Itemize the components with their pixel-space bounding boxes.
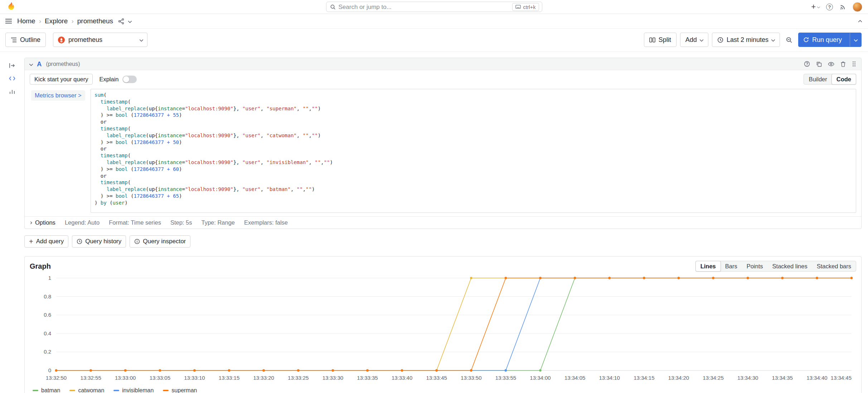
query-help-icon[interactable] xyxy=(804,61,810,67)
code-line: ) >= bool (1728646377 + 55) xyxy=(94,112,852,119)
global-search[interactable]: ctrl+k xyxy=(326,2,542,12)
svg-text:1: 1 xyxy=(48,275,51,281)
keyboard-icon xyxy=(515,5,521,9)
grafana-logo[interactable] xyxy=(6,1,16,12)
split-button[interactable]: Split xyxy=(644,33,677,47)
breadcrumb-item[interactable]: Explore xyxy=(45,17,68,25)
code-line: or xyxy=(94,119,852,125)
chevron-down-icon[interactable] xyxy=(128,20,131,23)
query-options-row: Options Legend: AutoFormat: Time seriesS… xyxy=(25,216,861,229)
svg-text:13:33:20: 13:33:20 xyxy=(253,375,274,381)
radio-stacked-bars[interactable]: Stacked bars xyxy=(812,261,856,271)
graph-section-icon[interactable] xyxy=(9,88,15,94)
info-circle-icon xyxy=(134,239,140,244)
code-line: label_replace(up{instance="localhost:909… xyxy=(94,159,852,166)
svg-text:13:34:05: 13:34:05 xyxy=(564,375,585,381)
code-line: label_replace(up{instance="localhost:909… xyxy=(94,105,852,112)
search-icon xyxy=(330,4,336,10)
clock-icon xyxy=(717,37,723,43)
legend-swatch xyxy=(163,390,169,391)
history-clock-icon xyxy=(77,239,82,244)
svg-text:13:33:25: 13:33:25 xyxy=(288,375,309,381)
run-query-caret[interactable] xyxy=(850,33,861,47)
legend-item[interactable]: catwoman xyxy=(69,387,104,393)
user-avatar[interactable] xyxy=(853,2,862,12)
collapse-query-icon[interactable] xyxy=(30,63,33,66)
prometheus-logo xyxy=(58,36,65,44)
breadcrumb-bar: Home›Explore›prometheus xyxy=(0,14,868,29)
query-inspector-button[interactable]: Query inspector xyxy=(130,235,190,248)
editor-mode-group: BuilderCode xyxy=(804,74,856,85)
code-line: label_replace(up{instance="localhost:909… xyxy=(94,132,852,139)
query-row-header: A (prometheus) xyxy=(25,58,861,70)
plus-icon: + xyxy=(811,2,816,11)
collapse-top-icon[interactable] xyxy=(859,20,862,23)
svg-text:0.4: 0.4 xyxy=(44,330,51,336)
news-rss-icon[interactable] xyxy=(839,4,846,10)
code-line: timestamp( xyxy=(94,179,852,186)
help-button[interactable]: ? xyxy=(826,4,833,10)
add-query-button[interactable]: + Add query xyxy=(24,235,68,248)
breadcrumb-item[interactable]: Home xyxy=(17,17,35,25)
outline-button[interactable]: Outline xyxy=(5,33,46,47)
svg-text:0.6: 0.6 xyxy=(44,312,51,318)
legend-item[interactable]: batman xyxy=(33,387,60,393)
new-menu-button[interactable]: + xyxy=(811,2,820,11)
query-datasource-hint: (prometheus) xyxy=(46,61,80,67)
svg-text:13:34:40: 13:34:40 xyxy=(806,375,827,381)
radio-stacked-lines[interactable]: Stacked lines xyxy=(768,261,812,271)
legend-item[interactable]: invisibleman xyxy=(113,387,154,393)
code-line: timestamp( xyxy=(94,152,852,159)
search-shortcut-label: ctrl+k xyxy=(523,4,535,10)
remove-query-trash-icon[interactable] xyxy=(840,61,846,67)
options-label: Options xyxy=(35,219,55,226)
svg-text:13:34:00: 13:34:00 xyxy=(530,375,551,381)
radio-points[interactable]: Points xyxy=(742,261,768,271)
code-line: or xyxy=(94,173,852,179)
outline-rail xyxy=(0,58,24,393)
svg-text:13:33:55: 13:33:55 xyxy=(495,375,516,381)
svg-text:0: 0 xyxy=(48,367,51,373)
legend-series-name: invisibleman xyxy=(122,387,154,393)
datasource-name: prometheus xyxy=(68,36,137,44)
search-shortcut: ctrl+k xyxy=(512,3,539,11)
code-line: timestamp( xyxy=(94,99,852,105)
explain-toggle[interactable] xyxy=(122,76,137,83)
search-input[interactable] xyxy=(339,3,510,10)
duplicate-query-icon[interactable] xyxy=(816,61,822,67)
radio-lines[interactable]: Lines xyxy=(695,261,721,272)
explain-label: Explain xyxy=(99,76,118,83)
svg-text:13:33:35: 13:33:35 xyxy=(357,375,378,381)
code-line: label_replace(up{instance="localhost:909… xyxy=(94,186,852,193)
breadcrumb-item[interactable]: prometheus xyxy=(77,17,113,25)
time-range-picker[interactable]: Last 2 minutes xyxy=(712,33,780,47)
code-line: ) >= bool (1728646377 + 50) xyxy=(94,139,852,146)
metrics-browser-link[interactable]: Metrics browser > xyxy=(31,90,85,101)
svg-text:13:33:15: 13:33:15 xyxy=(219,375,239,381)
hamburger-menu-icon[interactable] xyxy=(5,18,12,24)
viz-mode-group: LinesBarsPointsStacked linesStacked bars xyxy=(695,261,856,272)
query-history-button[interactable]: Query history xyxy=(72,235,126,248)
radio-builder[interactable]: Builder xyxy=(804,74,831,84)
zoom-out-button[interactable] xyxy=(784,37,795,43)
query-history-label: Query history xyxy=(85,238,121,245)
add-button[interactable]: Add xyxy=(680,33,708,47)
graph-canvas[interactable]: 00.20.40.60.8113:32:5013:32:5513:33:0013… xyxy=(30,273,856,384)
radio-code[interactable]: Code xyxy=(831,74,856,85)
run-query-button[interactable]: Run query xyxy=(798,33,862,47)
datasource-picker[interactable]: prometheus xyxy=(53,33,147,47)
share-icon[interactable] xyxy=(118,18,124,24)
svg-text:13:33:10: 13:33:10 xyxy=(184,375,205,381)
options-expander[interactable]: Options xyxy=(30,219,55,226)
svg-text:13:34:15: 13:34:15 xyxy=(634,375,654,381)
query-options-summary: Legend: AutoFormat: Time seriesStep: 5sT… xyxy=(65,219,288,226)
radio-bars[interactable]: Bars xyxy=(721,261,742,271)
legend-item[interactable]: superman xyxy=(163,387,197,393)
promql-code-editor[interactable]: sum( timestamp( label_replace(up{instanc… xyxy=(91,89,856,213)
drag-handle-icon[interactable] xyxy=(852,61,856,67)
hide-response-eye-icon[interactable] xyxy=(828,62,834,67)
chevron-down-icon xyxy=(699,38,703,42)
kick-start-query-button[interactable]: Kick start your query xyxy=(30,74,93,85)
query-code-icon[interactable] xyxy=(9,76,15,81)
collapse-outline-icon[interactable] xyxy=(9,63,15,68)
